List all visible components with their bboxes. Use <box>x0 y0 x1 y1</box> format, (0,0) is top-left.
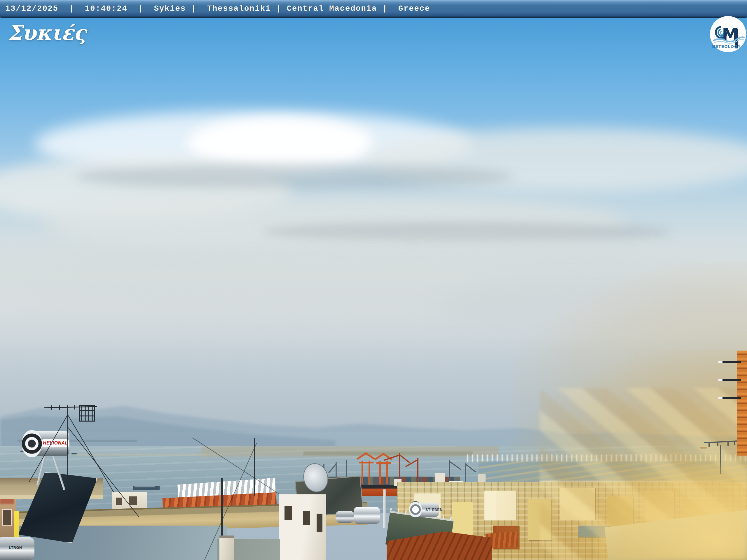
antenna-element <box>718 397 741 399</box>
door <box>317 514 323 532</box>
heater-stieben: STIEBEN <box>412 503 439 517</box>
white-rooftop-building <box>279 495 326 560</box>
cloud-shadow <box>76 163 514 190</box>
place-name-overlay: Συκιές <box>7 22 86 44</box>
rooftop-heater-shiny <box>354 507 380 524</box>
sun-flare-corner <box>595 464 747 560</box>
heater-end-cap <box>409 501 422 518</box>
logo-brand-text: METEOLOGY <box>712 44 741 49</box>
chimney <box>220 535 234 560</box>
meteology-logo: M METEOLOGY <box>710 16 746 53</box>
antenna-element <box>718 379 741 381</box>
cloud <box>187 117 374 169</box>
window <box>284 506 292 520</box>
window <box>303 511 310 525</box>
antenna-ladder-mast <box>737 351 747 456</box>
cloud-shadow <box>263 222 671 242</box>
white-mast <box>383 489 386 528</box>
timestamp-bar: 13/12/2025 | 10:40:24 | Sykies | Thessal… <box>0 0 747 18</box>
corner-water-heater: LTRON <box>0 537 34 560</box>
rooftop-heater <box>336 511 354 523</box>
balcony-window <box>2 509 12 526</box>
cargo-ship <box>357 485 403 496</box>
orange-antenna-mast <box>729 351 747 456</box>
cargo-ship-hull <box>357 488 403 496</box>
antenna-element <box>718 361 741 363</box>
roof-mast <box>254 438 255 497</box>
webcam-page: SALAMIS LINES <box>0 0 747 560</box>
heater-brand-label: STIEBEN <box>426 503 443 517</box>
tv-antenna <box>23 402 146 525</box>
